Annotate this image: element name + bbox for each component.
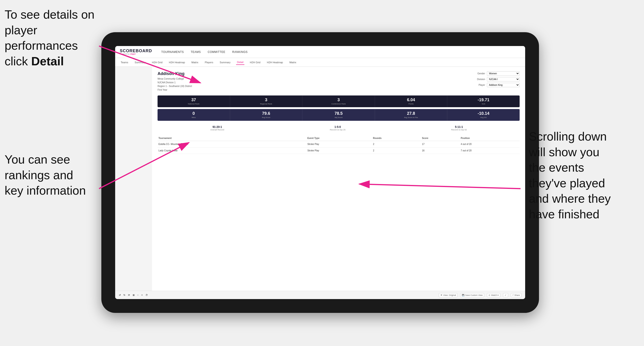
cell-rounds-2: 2 xyxy=(372,148,421,154)
annotation-topleft: To see details on player performances cl… xyxy=(4,7,97,69)
records-row: 91-20-1 Overall Record 1-5-0 Record vs t… xyxy=(158,125,520,132)
col-score: Score xyxy=(421,136,460,141)
stat-national-rank-value: 37 xyxy=(160,98,228,102)
subnav-matrix2[interactable]: Matrix xyxy=(288,60,297,65)
gender-select[interactable]: Women Men xyxy=(487,71,520,76)
share-button[interactable]: ⤴ Share xyxy=(511,293,522,297)
share-icon: ⤴ xyxy=(512,294,514,296)
col-position: Position xyxy=(460,136,520,141)
col-rounds: Rounds xyxy=(372,136,421,141)
subnav-teams[interactable]: Teams xyxy=(120,60,129,65)
tablet-screen: SCOREBOARD Powered by clippd TOURNAMENTS… xyxy=(115,46,525,299)
stat-wins-value: 0 xyxy=(160,111,228,116)
player-name: Addison King xyxy=(158,71,192,76)
cell-rounds-1: 2 xyxy=(372,141,421,148)
stat-sos: -19.71 SoS xyxy=(447,95,520,107)
view-original-button[interactable]: 👁 View: Original xyxy=(439,293,458,297)
subnav-h2h-heatmap2[interactable]: H2H Heatmap xyxy=(266,60,284,65)
player-division: NJCAA Division 1 xyxy=(158,81,192,84)
record-top25-label: Record vs top 25 xyxy=(330,129,346,131)
player-select[interactable]: Addison King xyxy=(487,83,520,87)
watch-icon: ⊙ xyxy=(488,294,490,296)
subnav-summary[interactable]: Summary xyxy=(134,60,146,65)
save-custom-view-button[interactable]: 💾 Save Custom View xyxy=(460,293,484,297)
stat-avg-sg: -10.14 Avg SG xyxy=(447,109,520,121)
main-nav-items: TOURNAMENTS TEAMS COMMITTEE RANKINGS xyxy=(161,49,248,54)
eye-icon: 👁 xyxy=(440,294,442,296)
division-label: Division xyxy=(474,78,485,81)
record-top25: 1-5-0 Record vs top 25 xyxy=(330,125,346,131)
stat-avg-score-par-value: 27.8 xyxy=(377,111,446,116)
nav-committee[interactable]: COMMITTEE xyxy=(208,49,226,54)
player-label: Player xyxy=(474,84,485,86)
stat-regional-rank-label: Regional Rank xyxy=(232,103,300,105)
logo-scoreboard: SCOREBOARD xyxy=(120,49,152,53)
gender-label: Gender xyxy=(474,72,485,75)
subnav-summary2[interactable]: Summary xyxy=(219,60,232,65)
logo-powered: Powered by clippd xyxy=(120,53,152,55)
gender-control: Gender Women Men xyxy=(474,71,520,76)
annotation-bottomleft: You can see rankings and key information xyxy=(4,152,101,198)
bottom-toolbar: ↺ ↻ ⟳ ⊞ − + ⏱ 👁 View: Original 💾 Save Cu… xyxy=(115,291,525,299)
stat-adj-score: 78.5 Adj Score xyxy=(302,109,375,121)
subnav-h2h-heatmap[interactable]: H2H Heatmap xyxy=(168,60,186,65)
tablet-frame: SCOREBOARD Powered by clippd TOURNAMENTS… xyxy=(101,32,539,313)
left-sidebar xyxy=(115,67,152,291)
tournament-table: Tournament Event Type Rounds Score Posit… xyxy=(158,136,520,154)
stat-national-rank-label: National Rank xyxy=(160,103,228,105)
main-content: Addison King Mesa Community College NJCA… xyxy=(115,67,525,291)
nav-rankings[interactable]: RANKINGS xyxy=(232,49,248,54)
stat-sos-label: SoS xyxy=(449,103,518,105)
annotation-right: Scrolling down will show you the events … xyxy=(529,129,640,222)
nav-tournaments[interactable]: TOURNAMENTS xyxy=(161,49,184,54)
stat-avg-score-value: 79.6 xyxy=(232,111,300,116)
table-row: Estella CC- Mountain Classic Stroke Play… xyxy=(158,141,520,148)
stat-conference-rank-label: Conference Rank xyxy=(304,103,373,105)
cell-tournament-2: Lady Coyote Invite xyxy=(158,148,306,154)
cell-position-2: 7 out of 20 xyxy=(460,148,520,154)
table-row: Lady Coyote Invite Stroke Play 2 16 7 ou… xyxy=(158,148,520,154)
division-control: Division NJCAA I NJCAA II xyxy=(474,77,520,81)
plus-icon[interactable]: + xyxy=(142,294,143,296)
stat-points-label: Points xyxy=(377,103,446,105)
stat-adj-score-value: 78.5 xyxy=(304,111,373,116)
refresh-icon[interactable]: ⟳ xyxy=(128,294,130,296)
record-overall-value: 91-20-1 xyxy=(210,125,224,129)
player-college: Mesa Community College xyxy=(158,77,192,81)
stat-avg-score-par-label: Avg Score to Par xyxy=(377,116,446,119)
player-region: Region 1 - Southwest (18) District xyxy=(158,84,192,88)
stat-avg-score: 79.6 Avg Score xyxy=(230,109,303,121)
fullscreen-button[interactable]: ⤢ xyxy=(503,293,508,297)
subnav-h2h-grid[interactable]: H2H Grid xyxy=(151,60,163,65)
player-year: First Year xyxy=(158,88,192,92)
subnav-detail[interactable]: Detail xyxy=(236,60,244,65)
copy-icon[interactable]: ⊞ xyxy=(133,294,134,296)
division-select[interactable]: NJCAA I NJCAA II xyxy=(487,77,520,81)
player-info: Addison King Mesa Community College NJCA… xyxy=(158,71,192,92)
stat-wins: 0 Wins xyxy=(158,109,230,121)
stat-avg-score-label: Avg Score xyxy=(232,116,300,119)
minus-icon[interactable]: − xyxy=(137,294,139,296)
cell-score-2: 16 xyxy=(421,148,460,154)
expand-icon: ⤢ xyxy=(505,294,506,296)
save-icon: 💾 xyxy=(462,294,464,296)
stat-national-rank: 37 National Rank xyxy=(158,95,230,107)
detail-panel: Addison King Mesa Community College NJCA… xyxy=(152,67,525,291)
stat-wins-label: Wins xyxy=(160,116,228,119)
clock-icon[interactable]: ⏱ xyxy=(146,294,148,296)
stat-points: 6.04 Points xyxy=(375,95,448,107)
stats-grid-dark: 37 National Rank 3 Regional Rank 3 Confe… xyxy=(158,95,520,107)
stat-conference-rank-value: 3 xyxy=(304,98,373,102)
watch-button[interactable]: ⊙ Watch ▾ xyxy=(487,293,500,297)
record-top50: 5-11-1 Record vs top 50 xyxy=(451,125,467,131)
nav-teams[interactable]: TEAMS xyxy=(191,49,201,54)
redo-icon[interactable]: ↻ xyxy=(124,294,125,296)
subnav-matrix[interactable]: Matrix xyxy=(190,60,199,65)
undo-icon[interactable]: ↺ xyxy=(119,294,121,296)
cell-tournament-1: Estella CC- Mountain Classic xyxy=(158,141,306,148)
record-top25-value: 1-5-0 xyxy=(330,125,346,129)
subnav-h2h-grid2[interactable]: H2H Grid xyxy=(249,60,262,65)
player-control: Player Addison King xyxy=(474,83,520,87)
record-top50-value: 5-11-1 xyxy=(451,125,467,129)
subnav-players[interactable]: Players xyxy=(204,60,214,65)
